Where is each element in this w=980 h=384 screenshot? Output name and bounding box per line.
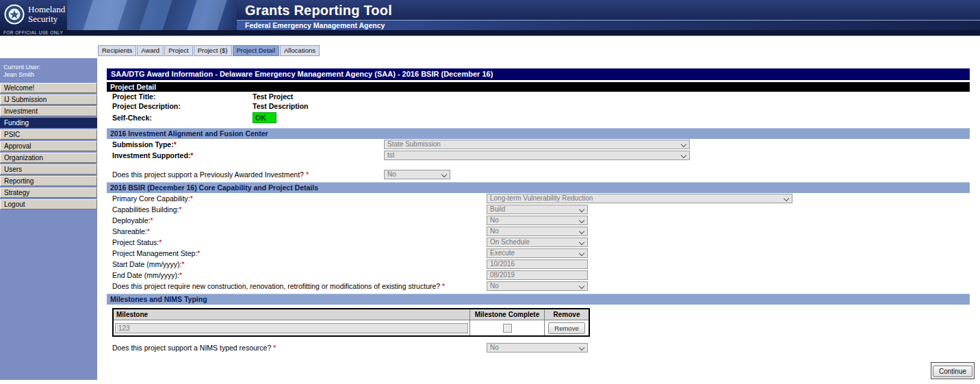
self-check-label: Self-Check: <box>112 114 152 122</box>
fouo-strip: FOR OFFICIAL USE ONLY <box>0 30 980 36</box>
header-photo-collage <box>67 0 237 30</box>
continue-button[interactable]: Continue <box>933 366 972 377</box>
primary-core-capability-select[interactable]: Long-term Vulnerability Reduction <box>487 194 792 203</box>
required-marker: * <box>190 151 193 159</box>
current-user-label: Current User: <box>3 64 94 71</box>
capabilities-building-row: Capabilities Building:* Build <box>107 204 970 215</box>
sidebar-item-logout[interactable]: Logout <box>0 199 97 209</box>
project-description-label: Project Description: <box>112 102 181 111</box>
milestone-complete-checkbox[interactable] <box>503 324 512 333</box>
deployable-select[interactable]: No <box>487 216 588 225</box>
chevron-down-icon <box>579 207 584 212</box>
start-date-label: Start Date (mm/yyyy):* <box>112 259 185 270</box>
milestone-column-header: Milestone <box>113 309 470 320</box>
project-title-label: Project Title: <box>112 92 155 101</box>
start-date-input[interactable]: 10/2016 <box>487 259 588 269</box>
chevron-down-icon <box>579 251 584 256</box>
sidebar: Current User: Jean Smith Welcome! IJ Sub… <box>0 58 97 380</box>
project-detail-header: Project Detail <box>107 82 970 92</box>
capabilities-building-select[interactable]: Build <box>487 205 588 214</box>
tab-allocations[interactable]: Allocations <box>280 45 320 56</box>
project-management-step-label: Project Management Step:* <box>112 248 200 259</box>
project-status-row: Project Status:* On Schedule <box>107 237 970 248</box>
homeland-security-wordmark: Homeland Security <box>28 5 65 24</box>
investment-supported-row: Investment Supported:* tst <box>107 150 970 161</box>
project-status-select[interactable]: On Schedule <box>487 238 588 247</box>
end-date-input[interactable]: 08/2019 <box>487 270 588 280</box>
submission-type-row: Submission Type:* State Submission <box>107 139 970 150</box>
milestone-row: 123 Remove <box>113 320 589 337</box>
chevron-down-icon <box>784 196 789 201</box>
investment-supported-label: Investment Supported:* <box>112 150 193 161</box>
sidebar-item-psic[interactable]: PSIC <box>0 129 97 140</box>
sidebar-item-ij-submission[interactable]: IJ Submission <box>0 94 97 105</box>
required-marker: * <box>442 282 445 290</box>
end-date-row: End Date (mm/yyyy):* 08/2019 <box>107 270 970 281</box>
previously-awarded-select[interactable]: No <box>384 170 450 179</box>
shareable-select[interactable]: No <box>487 227 588 236</box>
new-construction-select[interactable]: No <box>487 281 588 291</box>
required-marker: * <box>150 216 153 225</box>
chevron-down-icon <box>441 172 447 177</box>
sidebar-item-reporting[interactable]: Reporting <box>0 176 97 186</box>
project-description-row: Project Description: Test Description <box>107 102 970 111</box>
tab-recipients[interactable]: Recipients <box>98 45 136 56</box>
project-status-label: Project Status:* <box>112 237 162 248</box>
nims-typed-resource-select[interactable]: No <box>487 343 588 353</box>
tab-project-detail[interactable]: Project Detail <box>233 45 280 56</box>
section-header-investment-alignment: 2016 Investment Alignment and Fusion Cen… <box>107 128 970 139</box>
deployable-label: Deployable:* <box>112 215 153 226</box>
sidebar-item-approval[interactable]: Approval <box>0 141 97 151</box>
required-marker: * <box>147 227 150 235</box>
current-user-name: Jean Smith <box>3 71 94 79</box>
project-management-step-select[interactable]: Execute <box>487 248 588 258</box>
shareable-row: Shareable:* No <box>107 226 970 237</box>
chevron-down-icon <box>579 283 584 289</box>
nims-typed-resource-row: Does this project support a NIMS typed r… <box>107 342 970 353</box>
sidebar-item-funding[interactable]: Funding <box>0 118 97 128</box>
remove-milestone-button[interactable]: Remove <box>548 322 584 334</box>
tab-project-dollars[interactable]: Project ($) <box>194 45 232 56</box>
app-subtitle: Federal Emergency Management Agency <box>245 21 385 29</box>
award-info-title: SAA/DTG Award Information - Delaware Eme… <box>107 68 970 80</box>
submission-type-select[interactable]: State Submission <box>384 140 690 149</box>
required-marker: * <box>306 170 309 179</box>
sidebar-item-strategy[interactable]: Strategy <box>0 188 97 198</box>
previously-awarded-row: Does this project support a Previously A… <box>107 169 970 180</box>
fouo-label: FOR OFFICIAL USE ONLY <box>3 30 63 36</box>
primary-core-capability-row: Primary Core Capability:* Long-term Vuln… <box>107 193 970 204</box>
decorative-shape <box>137 0 173 30</box>
previously-awarded-label: Does this project support a Previously A… <box>112 169 309 180</box>
sidebar-item-organization[interactable]: Organization <box>0 153 97 163</box>
new-construction-label: Does this project require new constructi… <box>112 281 445 292</box>
required-marker: * <box>190 194 193 203</box>
primary-core-capability-label: Primary Core Capability:* <box>112 193 193 204</box>
sidebar-item-welcome[interactable]: Welcome! <box>0 83 97 93</box>
chevron-down-icon <box>579 240 584 245</box>
continue-button-container: Continue <box>931 362 975 379</box>
remove-column-header: Remove <box>545 309 590 320</box>
section-header-core-capability: 2016 BSIR (December 16) Core Capability … <box>107 182 970 193</box>
milestone-input[interactable]: 123 <box>115 323 468 333</box>
dhs-seal-logo <box>4 4 25 25</box>
decorative-shape <box>81 0 128 30</box>
page: Homeland Security Grants Reporting Tool … <box>0 0 980 384</box>
end-date-label: End Date (mm/yyyy):* <box>112 270 182 281</box>
app-title: Grants Reporting Tool <box>245 3 392 18</box>
sidebar-item-users[interactable]: Users <box>0 164 97 175</box>
capabilities-building-label: Capabilities Building:* <box>112 204 182 215</box>
start-date-row: Start Date (mm/yyyy):* 10/2016 <box>107 259 970 270</box>
sidebar-item-investment[interactable]: Investment <box>0 106 97 116</box>
tab-project[interactable]: Project <box>164 45 193 56</box>
section-header-milestones: Milestones and NIMS Typing <box>107 294 970 305</box>
decorative-shape <box>185 0 228 30</box>
self-check-row: Self-Check: OK <box>107 111 970 126</box>
investment-supported-select[interactable]: tst <box>384 151 690 160</box>
tab-bar: RecipientsAwardProjectProject ($)Project… <box>98 45 320 56</box>
deployable-row: Deployable:* No <box>107 215 970 226</box>
project-management-step-row: Project Management Step:* Execute <box>107 248 970 259</box>
chevron-down-icon <box>681 153 686 158</box>
tab-award[interactable]: Award <box>137 45 164 56</box>
required-marker: * <box>174 140 177 149</box>
submission-type-label: Submission Type:* <box>112 139 177 150</box>
